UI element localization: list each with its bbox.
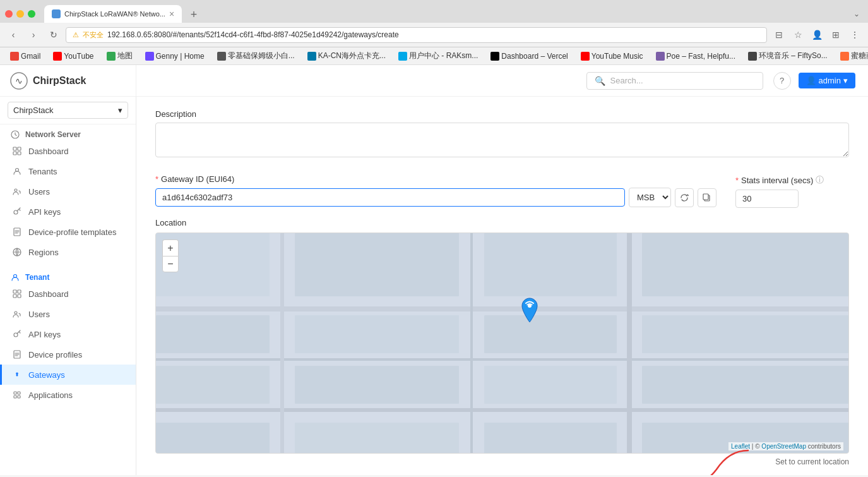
bookmark-label: 用户中心 - RAKsm... [409,51,478,61]
bookmark-rakwireless[interactable]: 用户中心 - RAKsm... [395,49,482,63]
regions-icon [12,247,22,257]
bookmark-favicon [145,52,154,61]
profile-icon[interactable]: 👤 [809,27,825,43]
map-zoom-in-button[interactable]: + [162,239,179,256]
reader-mode-icon[interactable]: ⊟ [771,27,787,43]
bookmark-ka-cn[interactable]: KA-CN海外点卡充... [304,49,389,63]
active-tab[interactable]: ChirpStack LoRaWAN® Netwo... × [44,5,182,23]
bookmark-vercel[interactable]: Dashboard – Vercel [487,51,571,62]
location-label: Location [155,218,849,227]
gateway-stats-row: * Gateway ID (EUI64) MSB LSB [155,174,849,208]
new-tab-button[interactable]: + [186,6,202,23]
openstreetmap-link[interactable]: OpenStreetMap [761,443,806,450]
gateway-id-row: MSB LSB [155,188,716,207]
sidebar-item-users-ns[interactable]: Users [0,181,136,202]
sidebar-item-api-keys-tenant[interactable]: API keys [0,324,136,344]
gateway-marker-icon [520,297,540,323]
bookmark-gmail[interactable]: Gmail [6,51,44,62]
leaflet-link[interactable]: Leaflet [731,443,750,450]
msb-select[interactable]: MSB LSB [629,188,671,207]
map-zoom-out-button[interactable]: − [162,256,179,272]
map-container[interactable]: + − Leaflet | © [155,232,849,454]
traffic-lights [5,10,35,18]
bookmark-favicon [656,52,665,61]
bookmark-ytmusic[interactable]: YouTube Music [577,51,647,62]
sidebar-item-device-profiles[interactable]: Device profiles [0,344,136,365]
sidebar-item-applications[interactable]: Applications [0,385,136,405]
location-section: Location [136,218,868,475]
sidebar-item-api-keys-ns[interactable]: API keys [0,202,136,222]
bookmark-maps[interactable]: 地图 [103,49,136,63]
dashboard-icon [12,146,22,156]
svg-rect-43 [642,233,848,296]
svg-rect-15 [13,294,16,298]
bookmark-label: Dashboard – Vercel [501,52,568,61]
close-traffic-light[interactable] [5,10,13,18]
svg-point-8 [15,189,17,191]
bookmark-basics[interactable]: 零基础保姆级小白... [213,49,299,63]
bookmark-label: 蜜糖商店MetShop... [851,51,868,61]
copy-icon[interactable] [698,188,716,207]
bookmark-label: Genny | Home [156,52,205,61]
bookmarks-bar: Gmail YouTube 地图 Genny | Home 零基础保姆级小白..… [0,47,868,65]
svg-rect-14 [18,290,21,293]
sidebar-item-tenants[interactable]: Tenants [0,161,136,181]
stats-help-icon[interactable]: ⓘ [816,174,824,186]
api-keys-icon [12,207,22,217]
user-icon: 👤 [806,76,816,85]
bookmark-favicon [10,52,19,61]
sidebar-item-dashboard-ns[interactable]: Dashboard [0,141,136,161]
bookmark-metshop[interactable]: 蜜糖商店MetShop... [836,49,868,63]
svg-rect-35 [295,233,459,296]
sidebar-item-regions[interactable]: Regions [0,242,136,262]
bookmark-label: Poe – Fast, Helpfu... [667,52,735,61]
minimize-traffic-light[interactable] [16,10,24,18]
tenant-select-control[interactable]: ChirpStack ▾ [8,102,128,119]
help-button[interactable]: ? [773,72,791,90]
sidebar-item-gateways[interactable]: Gateways [0,365,136,385]
svg-rect-37 [156,315,270,353]
browser-toolbar: ‹ › ↻ ⚠ 不安全 192.168.0.65:8080/#/tenants/… [0,23,868,47]
maximize-traffic-light[interactable] [28,10,35,18]
map-marker [520,297,540,325]
description-input[interactable] [155,123,849,157]
map-zoom-controls: + − [162,239,179,272]
bookmark-genny[interactable]: Genny | Home [141,51,208,62]
tab-close-icon[interactable]: × [169,9,174,19]
stats-interval-label: * Stats interval (secs) ⓘ [735,174,849,186]
stats-interval-group: * Stats interval (secs) ⓘ [735,174,849,208]
reload-button[interactable]: ↻ [45,27,62,43]
bookmark-ambient[interactable]: 环境音乐 – FiftySo... [744,49,831,63]
security-icon: ⚠ [73,31,79,39]
browser-menu-icon[interactable]: ⌄ [850,8,863,20]
user-menu-button[interactable]: 👤 admin ▾ [799,73,855,88]
bookmark-add-icon[interactable]: ☆ [790,27,806,43]
sidebar-item-users-tenant[interactable]: Users [0,304,136,324]
gateway-id-input[interactable] [155,188,625,207]
forward-button[interactable]: › [25,27,42,43]
browser-settings-icon[interactable]: ⋮ [847,27,863,43]
set-location-label: Set to current location [155,457,849,466]
tenant-section-label: Tenant [25,273,49,282]
svg-point-17 [15,311,17,314]
svg-rect-26 [703,194,708,200]
chirpstack-logo-icon: ∿ [10,72,28,90]
required-marker: * [155,174,158,184]
api-keys-icon [12,329,22,339]
back-button[interactable]: ‹ [5,27,21,43]
sidebar-item-dashboard-tenant[interactable]: Dashboard [0,284,136,304]
extensions-icon[interactable]: ⊞ [828,27,844,43]
bookmark-label: 环境音乐 – FiftySo... [759,51,828,61]
stats-interval-input[interactable] [735,190,799,208]
refresh-icon[interactable] [675,188,694,207]
sidebar-item-device-profile-templates[interactable]: Device-profile templates [0,222,136,242]
bookmark-youtube[interactable]: YouTube [49,51,97,62]
tenant-selector[interactable]: ChirpStack ▾ [0,97,136,124]
search-box[interactable]: 🔍 Search... [586,72,763,90]
address-bar[interactable]: ⚠ 不安全 192.168.0.65:8080/#/tenants/52f14c… [66,27,767,43]
map-attribution: Leaflet | © OpenStreetMap contributors [728,442,843,450]
bookmark-favicon [398,52,407,61]
svg-rect-24 [18,395,20,398]
bookmark-poe[interactable]: Poe – Fast, Helpfu... [652,51,739,62]
app-layout: ChirpStack ▾ Network Server Dashboard Te… [0,97,868,475]
